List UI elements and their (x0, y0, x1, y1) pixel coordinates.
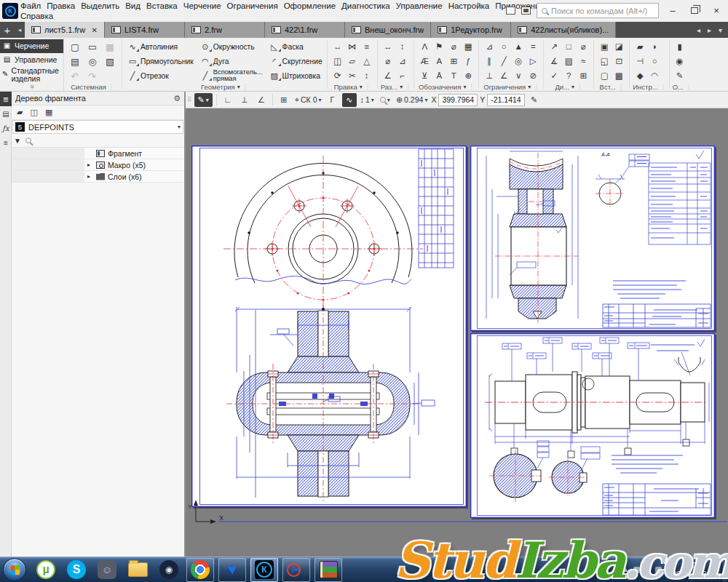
tab-menu-icon[interactable]: ▾ (717, 26, 724, 34)
chrome-taskbar-button[interactable] (186, 558, 214, 582)
shift-icon[interactable]: ↕ (360, 68, 374, 83)
ortho-snap-icon[interactable]: ⟂ (237, 93, 252, 107)
tolerance-icon[interactable]: ⊻ (417, 68, 432, 83)
mass-icon[interactable]: ▨ (561, 54, 576, 68)
vertical-dimension-icon[interactable]: ↕ (395, 39, 410, 54)
redo-icon[interactable]: ↷ (84, 68, 101, 83)
text-left-icon[interactable]: A (432, 54, 446, 68)
objects-view-icon[interactable]: ◫ (30, 108, 37, 117)
menu-panel-icon[interactable]: ≡ (0, 135, 12, 150)
rectangle-tool[interactable]: ▭Прямоугольник (125, 54, 195, 68)
tab-nav-left-icon[interactable]: ◂ (695, 26, 702, 34)
concentric-icon[interactable]: ◎ (511, 54, 526, 68)
cursor-x-field[interactable]: 399.7964 (438, 94, 478, 106)
tab-422\1.frw[interactable]: 422\1.frw (265, 22, 345, 38)
insert-object-icon[interactable]: ◪ (612, 39, 626, 54)
utorrent-taskbar-button[interactable]: µ (33, 558, 59, 582)
section-icon[interactable]: ⊞ (446, 54, 461, 68)
check-icon[interactable]: ✓ (547, 68, 561, 83)
menu-item-Ограничения[interactable]: Ограничения (227, 1, 284, 11)
snap-settings-button[interactable]: ✎▾ (194, 93, 213, 107)
roughness-icon[interactable]: Λ (417, 39, 432, 54)
undo-icon[interactable]: ↶ (66, 68, 84, 83)
measure-diameter-icon[interactable]: ⌀ (576, 39, 590, 54)
angle-constraint-icon[interactable]: ∠ (496, 68, 511, 83)
info-icon[interactable]: ? (561, 68, 576, 83)
diameter-dimension-icon[interactable]: ⌀ (381, 54, 395, 68)
insert-view-icon[interactable]: ◱ (597, 54, 612, 68)
perpendicular-icon[interactable]: ⊥ (482, 68, 496, 83)
start-button[interactable] (3, 558, 26, 581)
rotate-icon[interactable]: ⟳ (331, 68, 345, 83)
tree-panel-icon[interactable]: ≣ (0, 92, 12, 106)
insert-fragment-icon[interactable]: ▣ (597, 39, 612, 54)
variables-panel-icon[interactable]: ƒx (0, 121, 12, 135)
vee-icon[interactable]: ∨ (511, 68, 526, 83)
screen-capture-icon[interactable] (521, 7, 531, 15)
menu-item-Выделить[interactable]: Выделить (81, 1, 125, 11)
print-preview-icon[interactable]: ◎ (84, 54, 101, 68)
zoom-area-button[interactable]: ▾ (378, 93, 392, 107)
tab-1Редуктор.frw[interactable]: 1Редуктор.frw (431, 22, 511, 38)
snipping-tool-taskbar-button[interactable]: ✂ (282, 558, 310, 582)
area-icon[interactable]: □ (561, 39, 576, 54)
linear-dimension-icon[interactable]: ↔ (381, 39, 395, 54)
menu-item-Управление[interactable]: Управление (396, 1, 448, 11)
new-document-icon[interactable]: ▢ (66, 39, 84, 54)
angle-dimension-icon[interactable]: ∠ (381, 68, 395, 83)
parallel-icon[interactable]: ∥ (482, 54, 496, 68)
contour-icon[interactable]: ◗ (647, 39, 662, 54)
measure-angle-icon[interactable]: ∡ (547, 54, 561, 68)
align-icon[interactable]: ≡ (360, 39, 374, 54)
drawing-canvas[interactable]: А-А (186, 108, 728, 557)
cursor-y-field[interactable]: -21.1414 (487, 94, 524, 106)
menu-item-Диагностика[interactable]: Диагностика (341, 1, 396, 11)
formula-icon[interactable]: ƒ (461, 54, 475, 68)
symmetry-icon[interactable]: ▷ (526, 54, 540, 68)
print-icon[interactable]: ▤ (66, 54, 84, 68)
arc-tool[interactable]: ◠Дуга (198, 54, 264, 68)
autoline-tool[interactable]: ∿Автолиния (125, 39, 195, 54)
close-tab-icon[interactable]: ✕ (90, 26, 98, 34)
collapse-chevron-icon[interactable]: » (0, 82, 63, 91)
tree-item-Макро (х5)[interactable]: ▸Макро (х5) (12, 159, 184, 171)
block-icon[interactable]: ⊘ (526, 68, 540, 83)
rounding-toggle-button[interactable]: ∿ (342, 93, 357, 107)
save-icon[interactable]: ▦ (101, 39, 119, 54)
scale-button[interactable]: ↕ 1 ▾ (359, 93, 376, 107)
skype-taskbar-button[interactable]: S (63, 558, 90, 582)
tab-422листы(ябликов)...[interactable]: 422листы(ябликов)... (511, 22, 616, 38)
mode-item-Стандартные изделия[interactable]: ✎Стандартные изделия (0, 67, 63, 82)
close-button[interactable]: × (708, 4, 724, 17)
fix-icon[interactable]: ▲ (511, 39, 526, 54)
minimize-button[interactable]: – (665, 4, 681, 17)
text-icon[interactable]: T (446, 68, 461, 83)
fillet-tool[interactable]: ◜Скругление (267, 54, 324, 68)
tree-search-icon[interactable] (25, 137, 31, 143)
menu-item-Правка[interactable]: Правка (47, 1, 81, 11)
pointer-style-icon[interactable]: ✎ (527, 93, 542, 107)
menu-item-Оформление[interactable]: Оформление (284, 1, 341, 11)
auxiliary-line-tool[interactable]: ╱Вспомогатель...прямая (198, 68, 264, 83)
tray-icon-2[interactable] (644, 567, 651, 573)
circle-tool[interactable]: ⊙Окружность (198, 39, 264, 54)
datum-icon[interactable]: Æ (417, 54, 432, 68)
quickbar-grip[interactable]: ⠿ (187, 96, 192, 103)
center-mark-icon[interactable]: ⊕ (461, 68, 475, 83)
tab-scroll-left-icon[interactable]: ◂ (15, 22, 25, 38)
spline-icon[interactable]: ◠ (647, 68, 662, 83)
parameters-panel-icon[interactable]: ▤ (0, 106, 12, 121)
tab-nav-right-icon[interactable]: ▸ (706, 26, 713, 34)
deviation-icon[interactable]: ≈ (576, 54, 590, 68)
collision-icon[interactable]: ⊞ (576, 68, 590, 83)
layers-view-icon[interactable]: ▰ (17, 108, 23, 117)
steam-taskbar-button[interactable]: ◉ (156, 558, 182, 582)
taskbar-clock[interactable]: 11:05 09.03.2020 (666, 561, 717, 578)
winrar-taskbar-button[interactable] (314, 558, 342, 582)
insert-macro-icon[interactable]: ⊡ (612, 54, 626, 68)
explorer-taskbar-button[interactable] (124, 558, 151, 582)
deform-icon[interactable]: △ (360, 54, 374, 68)
equal-icon[interactable]: = (526, 39, 540, 54)
zoom-value-button[interactable]: ⊕ 0.294 ▾ (395, 93, 430, 107)
tray-icon-3[interactable] (655, 567, 662, 573)
